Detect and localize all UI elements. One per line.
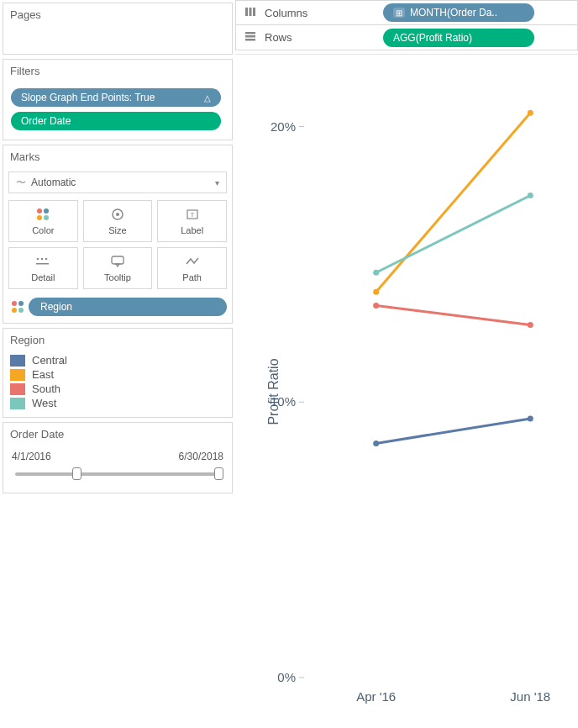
slider-handle-end[interactable] <box>214 467 223 480</box>
point[interactable] <box>373 289 379 295</box>
marks-tooltip-label: Tooltip <box>104 272 131 282</box>
svg-rect-12 <box>245 32 255 34</box>
legend-label: East <box>32 368 54 381</box>
x-tick-label: Apr '16 <box>356 689 396 704</box>
columns-label: Columns <box>265 7 374 19</box>
marks-label: Marks <box>3 145 232 168</box>
pages-label: Pages <box>3 3 232 26</box>
swatch-central <box>10 355 25 367</box>
svg-rect-11 <box>253 8 255 16</box>
legend-label: South <box>32 382 60 395</box>
slider-handle-start[interactable] <box>72 467 81 480</box>
legend-item-south[interactable]: South <box>10 382 225 396</box>
svg-rect-7 <box>36 263 49 265</box>
color-icon <box>37 207 49 222</box>
marks-size-button[interactable]: Size <box>83 200 153 242</box>
svg-point-4 <box>37 258 39 261</box>
path-icon <box>185 254 200 269</box>
marks-detail-button[interactable]: Detail <box>8 247 78 289</box>
detail-icon <box>35 254 50 269</box>
marks-color-label: Color <box>32 225 54 235</box>
slider-track <box>15 472 220 476</box>
line-icon: 〜 <box>16 176 26 190</box>
legend-label: West <box>32 397 56 409</box>
columns-pill-month[interactable]: ⊞ MONTH(Order Da.. <box>383 3 534 22</box>
point[interactable] <box>528 415 533 421</box>
rows-pill-label: AGG(Profit Ratio) <box>393 32 472 44</box>
marks-size-label: Size <box>108 225 126 235</box>
marks-label-button[interactable]: T Label <box>157 200 227 242</box>
series-east[interactable] <box>376 113 531 292</box>
marks-color-button[interactable]: Color <box>8 200 78 242</box>
marks-type-select[interactable]: 〜 Automatic ▾ <box>8 171 227 193</box>
marks-panel: Marks 〜 Automatic ▾ Color Size <box>3 145 233 324</box>
marks-text-label: Label <box>181 225 203 235</box>
columns-pill-label: MONTH(Order Da.. <box>410 7 497 18</box>
label-icon: T <box>185 207 200 222</box>
svg-rect-8 <box>112 256 123 264</box>
point[interactable] <box>373 303 379 309</box>
legend-label: Central <box>32 354 67 367</box>
svg-point-5 <box>41 258 44 261</box>
tooltip-icon <box>110 254 125 269</box>
marks-path-label: Path <box>182 272 202 282</box>
filter-order-date[interactable]: Order Date <box>11 112 221 130</box>
swatch-south <box>10 383 25 395</box>
svg-text:T: T <box>190 211 194 219</box>
marks-type-label: Automatic <box>31 177 76 188</box>
order-date-title: Order Date <box>3 423 232 446</box>
svg-point-6 <box>45 258 48 261</box>
color-icon <box>12 301 24 313</box>
series-central[interactable] <box>376 419 531 443</box>
point[interactable] <box>373 440 379 446</box>
swatch-east <box>10 369 25 381</box>
date-range-slider[interactable] <box>15 466 220 481</box>
size-icon <box>110 207 125 222</box>
marks-region-pill[interactable]: Region <box>29 298 227 316</box>
svg-text:0%: 0% <box>277 670 296 684</box>
svg-rect-13 <box>245 35 255 38</box>
date-from-label: 4/1/2016 <box>12 451 51 462</box>
columns-icon <box>243 7 258 19</box>
pages-panel: Pages <box>3 3 233 55</box>
columns-shelf[interactable]: Columns ⊞ MONTH(Order Da.. <box>235 0 578 25</box>
x-tick-label: Jun '18 <box>510 689 550 704</box>
caret-down-icon: ▾ <box>215 178 219 187</box>
series-west[interactable] <box>376 195 531 272</box>
swatch-west <box>10 398 25 409</box>
date-to-label: 6/30/2018 <box>179 451 223 462</box>
legend-item-central[interactable]: Central <box>10 353 225 367</box>
plus-icon: ⊞ <box>393 8 405 18</box>
legend-item-east[interactable]: East <box>10 367 225 382</box>
legend-title: Region <box>3 329 232 351</box>
rows-shelf[interactable]: Rows AGG(Profit Ratio) <box>235 25 578 50</box>
filter-slope-endpoints[interactable]: Slope Graph End Points: True △ <box>11 88 221 107</box>
chart-area[interactable]: Profit Ratio 0%10%20%Apr '16Jun '18 <box>235 54 578 728</box>
point[interactable] <box>528 322 533 328</box>
filter-pill-label: Order Date <box>21 115 71 127</box>
legend-panel: Region Central East South West <box>3 328 233 418</box>
svg-rect-14 <box>245 39 255 41</box>
filter-pill-label: Slope Graph End Points: True <box>21 92 155 103</box>
y-axis-title: Profit Ratio <box>266 358 281 425</box>
svg-point-1 <box>116 213 119 216</box>
rows-pill-profit-ratio[interactable]: AGG(Profit Ratio) <box>383 29 534 47</box>
rows-icon <box>243 31 258 44</box>
marks-path-button[interactable]: Path <box>157 247 227 289</box>
point[interactable] <box>373 270 379 276</box>
order-date-panel: Order Date 4/1/2016 6/30/2018 <box>3 422 233 493</box>
region-pill-label: Region <box>40 301 72 313</box>
series-south[interactable] <box>376 306 531 325</box>
svg-rect-9 <box>245 8 248 16</box>
marks-detail-label: Detail <box>31 272 55 282</box>
legend-item-west[interactable]: West <box>10 396 225 410</box>
point[interactable] <box>528 193 533 198</box>
svg-text:20%: 20% <box>271 119 296 134</box>
marks-tooltip-button[interactable]: Tooltip <box>83 247 153 289</box>
filters-panel: Filters Slope Graph End Points: True △ O… <box>3 59 233 140</box>
rows-label: Rows <box>265 31 374 44</box>
filters-label: Filters <box>3 60 232 82</box>
point[interactable] <box>528 110 533 116</box>
svg-rect-10 <box>250 8 252 16</box>
delta-icon: △ <box>204 93 211 103</box>
